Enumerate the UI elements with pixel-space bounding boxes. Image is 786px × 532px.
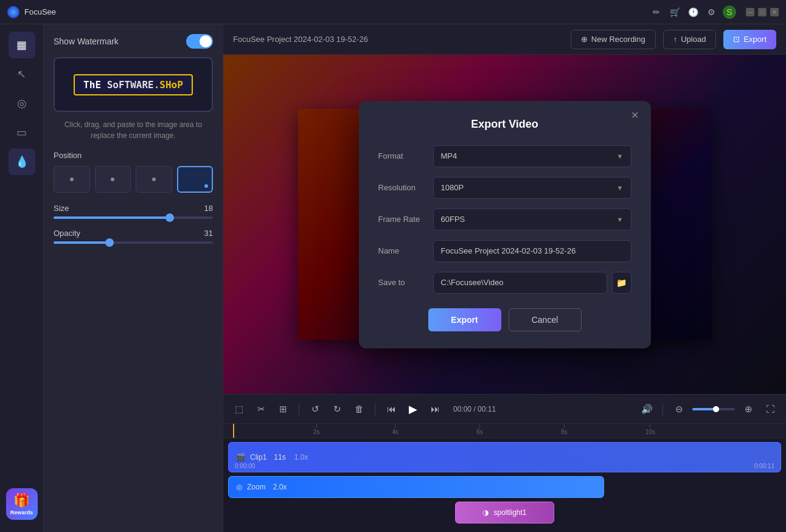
sidebar-item-drop[interactable]: 💧 (9, 148, 35, 175)
volume-thumb[interactable] (713, 406, 719, 412)
watermark-preview[interactable]: ThE SoFTWARE.SHoP (54, 57, 213, 112)
format-select[interactable]: MP4 ▼ (433, 145, 631, 167)
pos-dot-tl (70, 178, 74, 181)
pb-divider-2 (375, 403, 375, 415)
saveto-input[interactable] (433, 272, 607, 294)
framerate-label: Frame Rate (378, 215, 433, 224)
spotlight-name: spoltlight1 (493, 508, 526, 517)
pos-top-left[interactable] (54, 166, 90, 193)
framerate-select[interactable]: 60FPS ▼ (433, 209, 631, 230)
size-slider-track[interactable] (54, 216, 213, 219)
logo-dot: . (154, 79, 160, 91)
user-icon[interactable]: S (723, 5, 736, 19)
fullscreen-icon[interactable]: ⛶ (762, 401, 779, 418)
spotlight-icon: ◑ (482, 508, 489, 517)
logo-the: ThE (83, 79, 107, 91)
pb-divider-1 (299, 403, 299, 415)
sidebar-item-monitor[interactable]: ▭ (9, 119, 35, 146)
sidebar-item-camera[interactable]: ◎ (9, 90, 35, 117)
sidebar-item-cursor[interactable]: ↖ (9, 61, 35, 88)
watermark-toggle[interactable] (186, 34, 213, 49)
resolution-label: Resolution (378, 183, 433, 192)
resolution-row: Resolution 1080P ▼ (378, 177, 631, 199)
timeline-ruler: 2s 4s 6s 8s 10s (223, 424, 786, 438)
titlebar-actions: ✏ 🛒 🕐 ⚙ S — □ ✕ (650, 5, 779, 19)
ruler-tick-6s: 6s (476, 424, 483, 435)
fastforward-icon[interactable]: ⏭ (426, 401, 443, 418)
settings-icon[interactable]: ⚙ (704, 5, 718, 19)
opacity-slider-thumb[interactable] (105, 238, 114, 247)
modal-close-button[interactable]: ✕ (628, 108, 642, 123)
spotlight-block[interactable]: ◑ spoltlight1 (455, 502, 555, 523)
clip-block-main[interactable]: 🎬 Clip1 11s 1.0x 0:00:00 0:00:11 (228, 442, 781, 472)
clip-name: Clip1 (250, 453, 266, 461)
size-row: Size 18 (54, 204, 213, 213)
clock-icon[interactable]: 🕐 (686, 5, 700, 19)
format-value: MP4 (441, 151, 457, 161)
undo-icon[interactable]: ↺ (307, 401, 324, 418)
volume-icon[interactable]: 🔊 (638, 401, 655, 418)
opacity-label: Opacity (54, 229, 80, 238)
modal-export-button[interactable]: Export (428, 308, 501, 331)
folder-browse-button[interactable]: 📁 (612, 272, 631, 294)
close-button[interactable]: ✕ (770, 8, 779, 16)
play-icon[interactable]: ▶ (405, 401, 422, 418)
timeline-playhead[interactable] (233, 424, 234, 438)
zoom-block[interactable]: ◎ Zoom 2.0x (228, 476, 604, 498)
position-label: Position (54, 151, 213, 160)
rewards-button[interactable]: 🎁 Rewards (6, 488, 38, 520)
opacity-slider-track[interactable] (54, 241, 213, 244)
pos-dot-tc (111, 178, 114, 181)
clip-track-row: 🎬 Clip1 11s 1.0x 0:00:00 0:00:11 (228, 442, 781, 472)
pos-bottom-right[interactable] (177, 166, 214, 193)
maximize-button[interactable]: □ (758, 8, 767, 16)
volume-slider[interactable] (692, 408, 735, 410)
opacity-slider-fill (54, 241, 110, 244)
pos-dot-tr (152, 178, 156, 181)
spotlight-track-row: ◑ spoltlight1 (228, 502, 781, 523)
export-button[interactable]: ⊡ Export (723, 30, 776, 49)
pos-top-center[interactable] (95, 166, 131, 193)
cut-icon[interactable]: ✂ (252, 401, 270, 418)
ruler-tick-8s: 8s (561, 424, 568, 435)
trim-icon[interactable]: ⬚ (231, 401, 248, 418)
zoom-in-icon[interactable]: ⊕ (740, 401, 757, 418)
app-logo (7, 6, 19, 18)
app-name: FocuSee (24, 7, 650, 16)
logo-shop: SHoP (159, 79, 183, 91)
name-input[interactable] (433, 240, 631, 262)
position-grid (54, 166, 213, 193)
ruler-tick-10s: 10s (645, 424, 655, 435)
main-layout: ▦ ↖ ◎ ▭ 💧 🎁 Rewards Show Watermark ThE S… (0, 24, 786, 532)
resolution-arrow-icon: ▼ (617, 184, 624, 192)
resolution-value: 1080P (441, 183, 464, 192)
cart-icon[interactable]: 🛒 (668, 5, 681, 19)
size-value: 18 (204, 204, 213, 213)
format-row: Format MP4 ▼ (378, 145, 631, 167)
size-slider-thumb[interactable] (165, 213, 174, 222)
clip-time-end: 0:00:11 (754, 463, 774, 469)
sidebar-item-grid[interactable]: ▦ (9, 32, 35, 58)
watermark-hint: Click, drag, and paste to the image area… (54, 119, 213, 141)
new-recording-plus-icon: ⊕ (581, 35, 588, 44)
minimize-button[interactable]: — (746, 8, 754, 16)
pos-top-right[interactable] (136, 166, 172, 193)
zoom-out-icon[interactable]: ⊖ (670, 401, 687, 418)
new-recording-button[interactable]: ⊕ New Recording (571, 30, 656, 49)
left-panel: Show Watermark ThE SoFTWARE.SHoP Click, … (44, 24, 223, 532)
resolution-select[interactable]: 1080P ▼ (433, 177, 631, 199)
crop-icon[interactable]: ⊞ (274, 401, 291, 418)
rewind-icon[interactable]: ⏮ (383, 401, 400, 418)
modal-cancel-button[interactable]: Cancel (509, 308, 582, 331)
zoom-name: Zoom (247, 483, 266, 491)
rewards-section: 🎁 Rewards (6, 488, 38, 520)
edit-icon[interactable]: ✏ (650, 5, 663, 19)
name-label: Name (378, 246, 433, 255)
delete-icon[interactable]: 🗑 (350, 401, 367, 418)
ruler-tick-4s: 4s (392, 424, 399, 435)
watermark-logo-text: ThE SoFTWARE.SHoP (83, 79, 183, 91)
redo-icon[interactable]: ↻ (329, 401, 346, 418)
upload-button[interactable]: ↑ Upload (663, 30, 717, 49)
timeline-tracks: 🎬 Clip1 11s 1.0x 0:00:00 0:00:11 ◎ Zoom … (223, 438, 786, 527)
watermark-title: Show Watermark (54, 36, 119, 46)
